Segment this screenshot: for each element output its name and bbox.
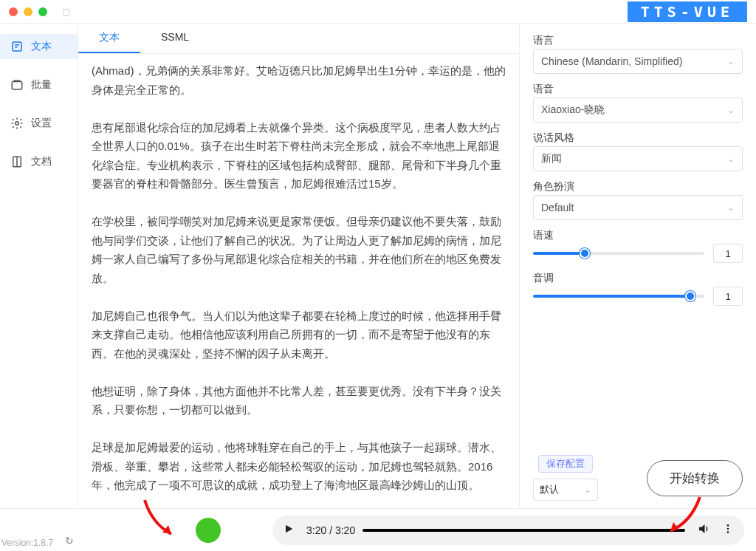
volume-icon[interactable]	[697, 522, 710, 538]
version-label: Version:1.8.7	[1, 538, 53, 548]
language-value: Chinese (Mandarin, Simplified)	[541, 55, 682, 67]
pitch-slider[interactable]	[533, 295, 704, 298]
player-bar: 3:20 / 3:20	[0, 508, 756, 551]
window-zoom-dot[interactable]	[38, 7, 47, 16]
voice-value: Xiaoxiao-晓晓	[541, 103, 605, 117]
app-brand: TTS-VUE	[628, 1, 747, 22]
voice-select[interactable]: Xiaoxiao-晓晓 ⌄	[533, 97, 743, 123]
style-select[interactable]: 新闻 ⌄	[533, 146, 743, 171]
refresh-icon[interactable]: ↻	[65, 535, 74, 547]
sidebar-item-batch[interactable]: 批量	[0, 72, 78, 97]
chevron-down-icon: ⌄	[727, 56, 735, 66]
sidebar-item-docs[interactable]: 文档	[0, 149, 78, 174]
svg-point-2	[16, 122, 19, 126]
window-minimize-dot[interactable]	[24, 7, 32, 16]
svg-point-7	[727, 531, 729, 533]
speed-slider[interactable]	[533, 252, 704, 255]
style-value: 新闻	[541, 152, 562, 165]
window-close-dot[interactable]	[9, 7, 18, 16]
kebab-menu-icon[interactable]	[722, 523, 734, 537]
svg-point-6	[727, 528, 729, 530]
sidebar: 文本 批量 设置 文档	[0, 24, 78, 508]
editor-tabs: 文本 SSML	[78, 24, 519, 54]
sidebar-label: 文本	[31, 40, 52, 53]
style-label: 说话风格	[533, 131, 743, 145]
language-label: 语言	[533, 34, 743, 47]
sidebar-label: 设置	[31, 117, 52, 130]
language-select[interactable]: Chinese (Mandarin, Simplified) ⌄	[533, 49, 743, 74]
settings-panel: 语言 Chinese (Mandarin, Simplified) ⌄ 语音 X…	[520, 24, 756, 508]
svg-rect-1	[12, 82, 22, 90]
audio-player: 3:20 / 3:20	[272, 516, 744, 545]
tab-text[interactable]: 文本	[78, 24, 140, 53]
preset-value: 默认	[540, 483, 559, 496]
role-label: 角色扮演	[533, 180, 743, 194]
sidebar-label: 批量	[31, 78, 52, 92]
doc-icon	[10, 155, 24, 168]
role-value: Default	[541, 202, 574, 213]
speed-value[interactable]: 1	[713, 244, 743, 263]
window-icon: ▢	[62, 7, 70, 17]
chevron-down-icon: ⌄	[584, 485, 591, 495]
gear-icon	[10, 117, 24, 130]
chevron-down-icon: ⌄	[727, 154, 735, 164]
text-editor[interactable]: (Ahmad)，兄弟俩的关系非常好。艾哈迈德只比加尼姆早出生1分钟，幸运的是，他…	[78, 54, 519, 508]
progress-bar[interactable]	[362, 529, 685, 532]
speed-label: 语速	[533, 229, 743, 242]
sidebar-item-text[interactable]: 文本	[0, 34, 78, 59]
chevron-down-icon: ⌄	[727, 105, 735, 115]
voice-label: 语音	[533, 83, 743, 96]
save-preset-button[interactable]: 保存配置	[538, 455, 593, 473]
chevron-down-icon: ⌄	[727, 202, 735, 213]
role-select[interactable]: Default ⌄	[533, 195, 743, 220]
svg-point-5	[727, 524, 729, 527]
pitch-label: 音调	[533, 272, 743, 285]
pitch-value[interactable]: 1	[713, 287, 743, 306]
sidebar-item-settings[interactable]: 设置	[0, 111, 78, 136]
batch-icon	[10, 78, 24, 92]
download-button[interactable]	[196, 518, 221, 543]
play-icon[interactable]	[283, 523, 295, 537]
svg-marker-4	[286, 525, 292, 533]
tab-ssml[interactable]: SSML	[140, 24, 210, 53]
text-icon	[10, 40, 24, 53]
sidebar-label: 文档	[31, 155, 52, 168]
preset-select[interactable]: 默认 ⌄	[533, 479, 598, 501]
player-time: 3:20 / 3:20	[306, 524, 355, 536]
start-convert-button[interactable]: 开始转换	[647, 460, 743, 496]
